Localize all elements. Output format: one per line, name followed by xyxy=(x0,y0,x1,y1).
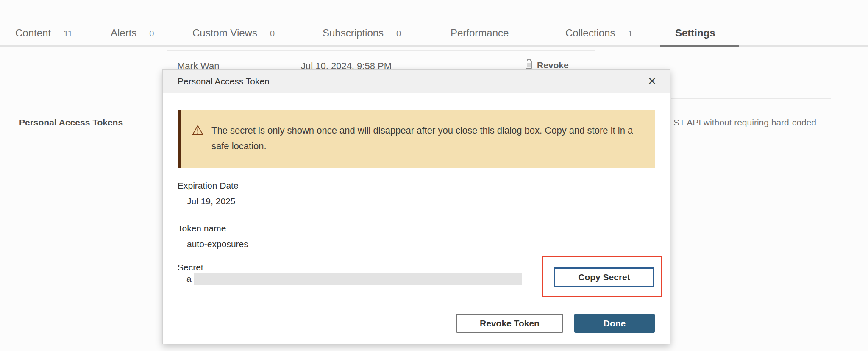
tab-collections[interactable]: Collections 1 xyxy=(565,27,633,39)
warning-text: The secret is only shown once and will d… xyxy=(211,123,637,154)
token-name-label: Token name xyxy=(178,223,226,234)
dialog-title: Personal Access Token xyxy=(178,76,270,86)
done-button[interactable]: Done xyxy=(574,314,655,333)
tab-count: 1 xyxy=(628,29,632,39)
tab-subscriptions[interactable]: Subscriptions 0 xyxy=(323,27,401,39)
section-description-fragment: ST API without requiring hard-coded xyxy=(673,117,816,128)
token-name-value: auto-exposures xyxy=(187,239,248,249)
tab-label: Subscriptions xyxy=(323,27,384,39)
active-tab-indicator xyxy=(660,45,739,47)
tab-count: 11 xyxy=(64,29,72,39)
tab-custom-views[interactable]: Custom Views 0 xyxy=(192,27,275,39)
copy-secret-button[interactable]: Copy Secret xyxy=(554,267,654,287)
tab-alerts[interactable]: Alerts 0 xyxy=(111,27,154,39)
close-icon: ✕ xyxy=(648,75,657,87)
tab-performance[interactable]: Performance xyxy=(451,27,509,39)
dialog-header: Personal Access Token ✕ xyxy=(163,70,670,93)
tab-label: Settings xyxy=(675,27,715,39)
table-divider xyxy=(167,50,595,51)
tab-count: 0 xyxy=(396,29,401,39)
tab-settings[interactable]: Settings xyxy=(675,27,715,39)
page: Content 11 Alerts 0 Custom Views 0 Subsc… xyxy=(0,0,868,351)
tab-label: Collections xyxy=(565,27,615,39)
tab-count: 0 xyxy=(149,29,154,39)
revoke-link-label: Revoke xyxy=(537,58,569,70)
tab-label: Alerts xyxy=(111,27,136,39)
warning-banner: The secret is only shown once and will d… xyxy=(178,110,655,168)
tab-count: 0 xyxy=(270,29,275,39)
tab-label: Content xyxy=(15,27,51,39)
tab-label: Performance xyxy=(451,27,509,39)
section-divider xyxy=(671,98,831,99)
close-button[interactable]: ✕ xyxy=(646,74,658,88)
expiration-date-label: Expiration Date xyxy=(178,181,239,191)
tab-content[interactable]: Content 11 xyxy=(15,27,72,39)
secret-label: Secret xyxy=(178,262,203,273)
section-title: Personal Access Tokens xyxy=(19,117,123,128)
secret-value: a xyxy=(186,274,192,284)
expiration-date-value: Jul 19, 2025 xyxy=(187,196,235,206)
warning-icon xyxy=(192,125,203,136)
tab-bar: Content 11 Alerts 0 Custom Views 0 Subsc… xyxy=(0,0,868,47)
tab-label: Custom Views xyxy=(192,27,257,39)
personal-access-token-dialog: Personal Access Token ✕ The secret is on… xyxy=(162,69,670,344)
secret-redacted-bar xyxy=(194,273,522,285)
revoke-token-button[interactable]: Revoke Token xyxy=(456,314,563,333)
